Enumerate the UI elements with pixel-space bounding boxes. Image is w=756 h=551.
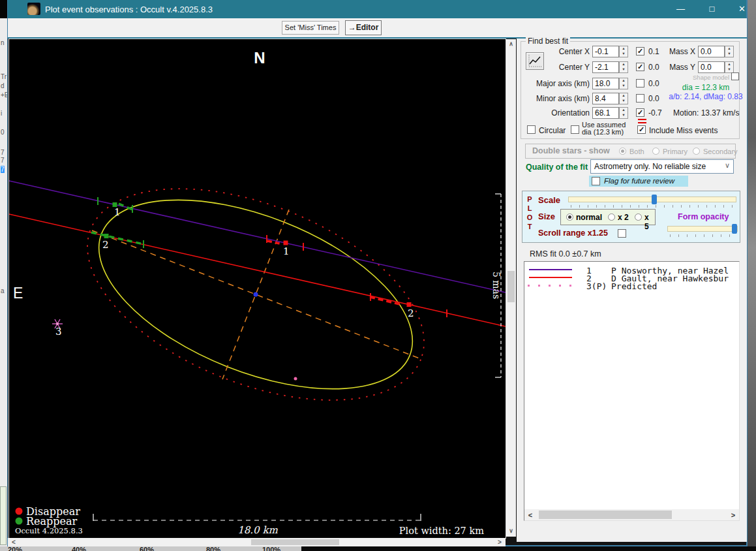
form-opacity-slider-thumb[interactable] xyxy=(732,224,737,234)
app-icon xyxy=(27,3,40,15)
double-stars-primary-label: Primary xyxy=(663,148,688,155)
major-axis-label: Major axis (km) xyxy=(521,79,590,88)
plot-canvas[interactable]: NE112235 mas18.0 kmPlot width: 27 kmOccu… xyxy=(8,39,506,539)
major-axis-fit-checkbox[interactable] xyxy=(636,79,644,87)
occult-version-label: Occult 4.2025.8.3 xyxy=(15,526,83,535)
center-y-fit-checkbox[interactable]: ✓ xyxy=(636,63,644,71)
use-assumed-dia-checkbox[interactable] xyxy=(571,125,579,134)
mass-x-spinner[interactable]: ▲▼ xyxy=(725,46,734,57)
background-window-corner xyxy=(0,0,7,18)
center-y-label: Center Y xyxy=(521,63,590,72)
chord-2-green-marker xyxy=(104,234,109,238)
double-stars-secondary-radio xyxy=(693,148,700,155)
observer-row[interactable]: 1P Nosworthy, near Hazel xyxy=(524,266,739,274)
observer-list-scrollbar[interactable]: < > xyxy=(524,509,739,520)
flag-review-checkbox[interactable] xyxy=(592,177,600,185)
scale-slider-ticks xyxy=(571,205,735,208)
minor-axis-fit-checkbox[interactable] xyxy=(636,94,644,102)
plot-vertical-scrollbar[interactable]: ∧ ∨ xyxy=(506,39,516,537)
list-scroll-left-icon[interactable]: < xyxy=(526,511,535,519)
minor-axis-spinner[interactable]: ▲▼ xyxy=(619,93,628,104)
mas-label: 5 mas xyxy=(491,272,502,299)
form-opacity-slider-ticks xyxy=(670,234,736,237)
horizontal-scroll-thumb[interactable] xyxy=(251,539,339,545)
double-stars-primary-radio xyxy=(652,148,659,155)
shape-model-label: Shape model xyxy=(673,74,729,81)
center-x-sigma: 0.1 xyxy=(648,47,659,56)
east-label: E xyxy=(13,285,23,302)
quality-label: Quality of the fit xyxy=(526,163,588,172)
scroll-right-icon[interactable]: > xyxy=(495,539,504,546)
title-bar[interactable]: Plot event observations : Occult v.4.202… xyxy=(7,0,748,18)
center-x-fit-checkbox[interactable]: ✓ xyxy=(636,47,644,55)
center-x-spinner[interactable]: ▲▼ xyxy=(619,46,628,57)
minor-axis-input[interactable]: 8.4 xyxy=(592,93,619,104)
observer-line-sample xyxy=(528,285,576,287)
scroll-up-icon[interactable]: ∧ xyxy=(506,40,516,47)
observer-row[interactable]: 3(P)Predicted xyxy=(524,281,739,289)
scroll-range-checkbox[interactable] xyxy=(618,229,626,238)
minimize-button[interactable]: — xyxy=(666,0,695,18)
double-stars-title: Double stars - show xyxy=(532,146,610,155)
size-x2-radio[interactable] xyxy=(608,213,615,221)
center-y-spinner[interactable]: ▲▼ xyxy=(619,61,628,73)
mass-x-input[interactable]: 0.0 xyxy=(698,46,725,57)
observer-row[interactable]: 2D Gault, near Hawkesbur xyxy=(524,274,739,281)
orientation-spinner[interactable]: ▲▼ xyxy=(619,107,628,119)
mass-y-input[interactable]: 0.0 xyxy=(698,61,725,73)
use-assumed-dia-label: Use assumed dia (12.3 km) xyxy=(582,121,626,136)
ellipse-center-dot xyxy=(254,292,258,297)
menu-bar: with Plot... Plot options... ? Help Keep… xyxy=(8,18,747,37)
orientation-fit-checkbox[interactable]: ✓ xyxy=(636,108,644,117)
size-x5-radio[interactable] xyxy=(635,213,642,221)
vertical-scroll-thumb[interactable] xyxy=(507,271,515,302)
scroll-down-icon[interactable]: ∨ xyxy=(506,527,516,534)
scale-slider-thumb[interactable] xyxy=(652,195,657,204)
chord-1-disappear-label: 1 xyxy=(283,245,290,257)
center-x-input[interactable]: -0.1 xyxy=(592,46,619,57)
background-zoom-tab: 40% xyxy=(72,546,86,551)
plot-width-label: Plot width: 27 km xyxy=(399,526,484,536)
find-best-fit-title: Find best fit xyxy=(526,37,570,46)
circular-checkbox[interactable] xyxy=(527,125,536,134)
plot-settings-panel: PL OT Scale Size normal x 2 x 5 Form opa… xyxy=(522,191,740,243)
list-scroll-right-icon[interactable]: > xyxy=(729,511,738,519)
legend-reappear-label: Reappear xyxy=(26,515,78,527)
close-button[interactable]: ✕ xyxy=(727,0,756,18)
double-stars-both-label: Both xyxy=(629,148,644,155)
center-y-input[interactable]: -2.1 xyxy=(592,61,619,73)
chord-2-line xyxy=(9,214,506,326)
include-miss-checkbox[interactable]: ✓ xyxy=(637,125,646,134)
form-opacity-label: Form opacity xyxy=(678,212,729,221)
scroll-left-icon[interactable]: < xyxy=(9,539,18,546)
background-zoom-tab: 60% xyxy=(140,546,154,551)
double-stars-both-radio xyxy=(619,148,626,155)
mass-y-spinner[interactable]: ▲▼ xyxy=(725,61,734,73)
background-zoom-tab: 100% xyxy=(262,546,280,551)
maximize-button[interactable]: □ xyxy=(697,0,727,18)
plot-horizontal-scrollbar[interactable]: < > xyxy=(8,538,506,546)
editor-button[interactable]: →Editor xyxy=(345,20,382,35)
set-miss-times-button[interactable]: Set 'Miss' Times xyxy=(282,21,339,35)
shape-model-checkbox[interactable] xyxy=(731,72,739,80)
scale-slider[interactable] xyxy=(568,197,736,202)
orientation-input[interactable]: 68.1 xyxy=(592,107,619,119)
chord-2-red-marker xyxy=(407,302,412,307)
background-window-left-strip: nTrd+Ei0777a xyxy=(0,18,7,546)
background-text-fragment: n xyxy=(1,39,5,46)
major-axis-spinner[interactable]: ▲▼ xyxy=(619,78,628,89)
quality-combobox[interactable]: Astrometry only. No reliable size ∨ xyxy=(590,159,734,174)
observer-line-sample xyxy=(529,269,572,271)
major-axis-input[interactable]: 18.0 xyxy=(592,78,619,89)
size-normal-radio[interactable] xyxy=(566,213,573,221)
list-scroll-thumb[interactable] xyxy=(539,511,672,519)
observer-list[interactable]: 1P Nosworthy, near Hazel2D Gault, near H… xyxy=(524,261,740,521)
mass-y-label: Mass Y xyxy=(661,63,695,72)
chord-1-line xyxy=(9,181,506,292)
size-normal-label: normal xyxy=(576,213,602,222)
background-text-fragment: 7 xyxy=(1,166,5,173)
form-opacity-slider[interactable] xyxy=(667,226,738,232)
background-zoom-tab-strip: 20%40%60%80%100% xyxy=(0,546,301,551)
flag-review-label: Flag for future review xyxy=(604,177,674,185)
minor-axis-label: Minor axis (km) xyxy=(521,94,590,103)
